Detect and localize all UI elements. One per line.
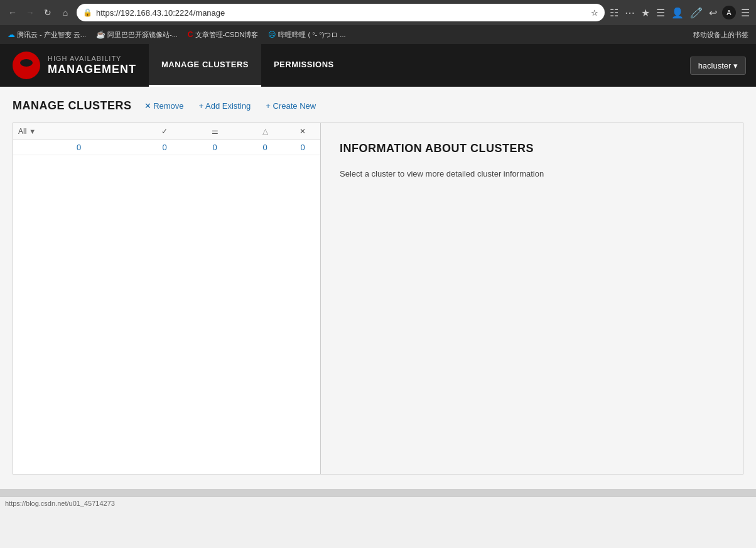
lock-icon: 🔒: [83, 8, 92, 17]
app-title: HIGH AVAILABILITY MANAGEMENT: [48, 55, 136, 77]
address-bar[interactable]: 🔒 ☆: [77, 4, 605, 21]
count-check[interactable]: 0: [139, 143, 190, 152]
library-icon[interactable]: ☰: [655, 6, 666, 20]
count-all[interactable]: 0: [18, 143, 139, 152]
cluster-list-panel: All ▼ ✓ ⚌ △ ✕ 0 0 0: [13, 123, 321, 474]
reload-button[interactable]: ↻: [40, 5, 55, 20]
cluster-info-panel: INFORMATION ABOUT CLUSTERS Select a clus…: [321, 123, 743, 474]
extensions-icon[interactable]: 🧷: [689, 6, 704, 20]
url-input[interactable]: [96, 8, 587, 18]
horizontal-scrollbar[interactable]: [0, 489, 756, 496]
add-existing-button[interactable]: + Add Existing: [199, 101, 251, 111]
col-check-header: ✓: [139, 127, 190, 136]
status-bar: https://blog.csdn.net/u01_45714273: [0, 496, 756, 509]
count-shield[interactable]: 0: [190, 143, 240, 152]
account-icon[interactable]: 👤: [670, 6, 685, 20]
col-all-header: All ▼: [18, 127, 139, 136]
bookmark-csdn[interactable]: C 文章管理-CSDN博客: [185, 29, 261, 41]
page-actions: ✕ Remove + Add Existing + Create New: [144, 101, 316, 111]
back2-icon[interactable]: ↩: [708, 6, 718, 20]
star-icon[interactable]: ☆: [591, 8, 598, 18]
create-new-button[interactable]: + Create New: [266, 101, 316, 111]
redhat-logo: [13, 52, 40, 79]
browser-toolbar: ← → ↻ ⌂ 🔒 ☆ ☷ ⋯ ★ ☰ 👤 🧷 ↩ A ☰: [0, 0, 756, 25]
app-header: HIGH AVAILABILITY MANAGEMENT MANAGE CLUS…: [0, 44, 756, 87]
bookmark-tencent[interactable]: ☁ 腾讯云 - 产业智变 云...: [5, 29, 89, 41]
page-content: MANAGE CLUSTERS ✕ Remove + Add Existing …: [0, 87, 756, 489]
nav-buttons: ← → ↻ ⌂: [5, 5, 73, 20]
app-logo: HIGH AVAILABILITY MANAGEMENT: [0, 44, 149, 87]
page-title: MANAGE CLUSTERS: [13, 99, 132, 112]
cluster-list-body: [13, 155, 320, 469]
nav-permissions[interactable]: PERMISSIONS: [261, 44, 347, 87]
info-description: Select a cluster to view more detailed c…: [340, 168, 724, 180]
info-title: INFORMATION ABOUT CLUSTERS: [340, 142, 724, 155]
remove-button[interactable]: ✕ Remove: [144, 101, 184, 111]
bookmark-star-icon[interactable]: ★: [640, 6, 651, 20]
app-nav: MANAGE CLUSTERS PERMISSIONS: [149, 44, 680, 87]
count-x[interactable]: 0: [290, 143, 315, 152]
status-text: https://blog.csdn.net/u01_45714273: [5, 500, 115, 507]
nav-manage-clusters[interactable]: MANAGE CLUSTERS: [149, 44, 261, 87]
qr-icon[interactable]: ☷: [608, 6, 620, 20]
col-warning-header: △: [240, 127, 290, 136]
profile-icon[interactable]: A: [722, 6, 736, 19]
menu-icon[interactable]: ☰: [740, 6, 751, 20]
browser-actions: ☷ ⋯ ★ ☰ 👤 🧷 ↩ A ☰: [608, 6, 751, 20]
forward-button[interactable]: →: [23, 5, 38, 20]
more-icon[interactable]: ⋯: [624, 6, 636, 20]
browser-chrome: ← → ↻ ⌂ 🔒 ☆ ☷ ⋯ ★ ☰ 👤 🧷 ↩ A ☰ ☁ 腾讯云 - 产业…: [0, 0, 756, 44]
user-menu[interactable]: hacluster ▾: [690, 57, 746, 75]
cluster-list-header: All ▼ ✓ ⚌ △ ✕: [13, 123, 320, 140]
main-panel: All ▼ ✓ ⚌ △ ✕ 0 0 0: [13, 123, 743, 474]
bookmark-mobile[interactable]: 移动设备上的书签: [691, 29, 751, 41]
app-header-right: hacluster ▾: [680, 44, 756, 87]
bookmark-bilibili[interactable]: ☹ 哔哩哔哩 ( °- °)つロ ...: [266, 29, 348, 41]
col-shield-header: ⚌: [190, 127, 240, 136]
count-warning[interactable]: 0: [240, 143, 290, 152]
svg-point-1: [20, 59, 33, 67]
bookmarks-bar: ☁ 腾讯云 - 产业智变 云... ☕ 阿里巴巴开源镜像站-... C 文章管理…: [0, 25, 756, 44]
col-x-header: ✕: [290, 127, 315, 136]
home-button[interactable]: ⌂: [58, 5, 73, 20]
back-button[interactable]: ←: [5, 5, 20, 20]
scroll-area[interactable]: [0, 489, 756, 496]
page-header: MANAGE CLUSTERS ✕ Remove + Add Existing …: [13, 99, 743, 112]
cluster-list-counts: 0 0 0 0 0: [13, 140, 320, 155]
bookmark-alibaba[interactable]: ☕ 阿里巴巴开源镜像站-...: [94, 29, 180, 41]
